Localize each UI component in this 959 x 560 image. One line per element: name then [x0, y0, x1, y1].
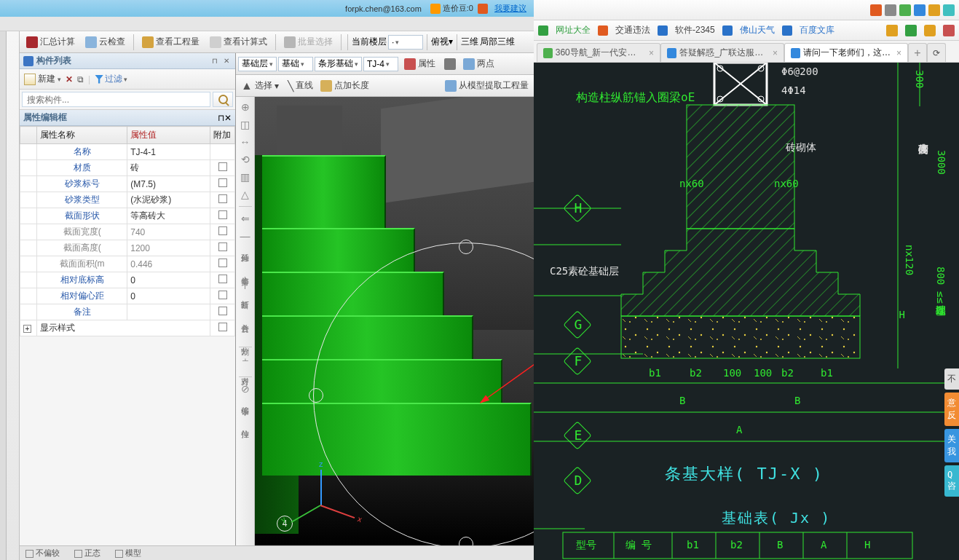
bookmark-link[interactable]: 佛山天气: [740, 24, 775, 36]
click-length-button[interactable]: 点加长度: [317, 78, 372, 93]
cad-dim: nx60: [679, 178, 704, 189]
side-tab-follow[interactable]: 关 我: [944, 429, 959, 462]
filter-button[interactable]: 过滤▾: [95, 73, 127, 85]
cad-drawing-view[interactable]: 构造柱纵筋锚入圈梁oE Φ6@200 4Φ14 300 砖砌体 砖砌体高度 30…: [534, 63, 959, 560]
col-name: 属性名称: [37, 127, 127, 144]
suggest-link[interactable]: 我要建议: [494, 3, 526, 14]
component-toolbar: 新建▾ ✕ ⧉ | 过滤▾: [20, 69, 235, 90]
bookmark-link[interactable]: 软件-2345: [675, 24, 715, 36]
sum-button[interactable]: 汇总计算: [22, 33, 79, 50]
close-icon[interactable]: ×: [773, 48, 778, 58]
checkbox[interactable]: [218, 162, 227, 171]
site-icon: [722, 25, 733, 36]
ext-icon[interactable]: [870, 4, 882, 16]
layer-combo[interactable]: 基础层▾: [238, 57, 277, 71]
ext-icon[interactable]: [905, 25, 917, 36]
ext-icon[interactable]: [924, 25, 936, 36]
new-tab-button[interactable]: +: [908, 43, 927, 62]
3d-viewport[interactable]: 4: [255, 97, 534, 545]
vtool-trim[interactable]: ✂: [238, 252, 253, 267]
view-qty-button[interactable]: 查看工程量: [138, 33, 204, 50]
vtool-7[interactable]: ⇐: [238, 211, 253, 226]
pin-icon[interactable]: ⊓: [218, 113, 224, 123]
close-icon[interactable]: ×: [896, 48, 901, 58]
cad-dim: 3000: [936, 150, 947, 175]
category-combo[interactable]: 基础▾: [278, 57, 313, 71]
pin-icon[interactable]: ⊓: [210, 56, 220, 66]
title-bar: forpk.chen@163.com 造价豆:0 我要建议: [0, 0, 534, 17]
tab-history-button[interactable]: ⟳: [927, 43, 946, 62]
cad-table-title: 基础表( Jx ): [722, 508, 831, 528]
select-button[interactable]: ▲选择▾: [238, 78, 282, 94]
bookmark-link[interactable]: 网址大全: [556, 24, 591, 36]
ext-icon[interactable]: [886, 25, 898, 36]
vtool-split[interactable]: ⎌: [238, 322, 253, 336]
vertical-edit-toolbar: ⊕ ◫ ↔ ⟲ ▥ △ ⇐ — 延伸 ✂ 修剪: [236, 97, 255, 545]
bookmark-link[interactable]: 交通违法: [615, 24, 650, 36]
search-button[interactable]: [213, 92, 233, 107]
collapsed-panel-strip[interactable]: [7, 31, 20, 560]
checkbox[interactable]: [25, 550, 33, 558]
close-icon[interactable]: ✕: [221, 56, 232, 66]
tab[interactable]: 360导航_新一代安全上网×: [537, 43, 660, 62]
vtool-pull[interactable]: ↕: [238, 405, 253, 419]
bookmark-link[interactable]: 百度文库: [800, 24, 834, 36]
current-floor-label: 当前楼层: [352, 36, 387, 48]
vtool-break[interactable]: ┼: [238, 275, 253, 290]
vtool-merge[interactable]: ≡: [238, 299, 253, 313]
grid-button[interactable]: [441, 57, 459, 71]
tab-active[interactable]: 请问一下老师们，这个条×: [784, 43, 908, 62]
local-3d-button[interactable]: 局部三维: [480, 36, 515, 48]
ext-icon[interactable]: [899, 4, 911, 16]
copy-button[interactable]: ⧉: [77, 74, 84, 84]
category-toolbar: 基础层▾ 基础▾ 条形基础▾ TJ-4▾ 属性 两点: [236, 53, 534, 75]
new-button[interactable]: 新建▾: [24, 73, 61, 85]
leftmost-strip: [0, 31, 7, 560]
vtool-6[interactable]: △: [238, 187, 253, 202]
cloud-icon: [85, 36, 97, 48]
view-formula-button[interactable]: 查看计算式: [205, 33, 272, 50]
ext-icon[interactable]: [943, 25, 955, 36]
from-model-button[interactable]: 从模型提取工程量: [442, 78, 532, 93]
vtool-3[interactable]: ↔: [238, 135, 253, 149]
vtool-1[interactable]: ⊕: [238, 100, 253, 114]
ext-icon[interactable]: [928, 4, 940, 16]
cad-text: 800 ≤基础埋深≤: [934, 267, 947, 304]
tab[interactable]: 答疑解惑_广联达服务新×: [660, 43, 784, 62]
side-tab-feedback[interactable]: 意 反: [944, 393, 959, 426]
close-icon[interactable]: ✕: [224, 113, 232, 123]
expand-button[interactable]: +: [23, 325, 31, 333]
orbit-handle[interactable]: [459, 240, 473, 254]
attr-button[interactable]: 属性: [401, 56, 438, 71]
3d-button[interactable]: 三维: [461, 36, 478, 48]
side-tab[interactable]: 不: [944, 368, 959, 390]
vtool-5[interactable]: ▥: [238, 170, 253, 184]
menu-bar: [0, 17, 534, 31]
orbit-handle[interactable]: [309, 388, 323, 403]
floor-combo[interactable]: ·▾: [388, 35, 423, 50]
cursor-icon: ▲: [241, 79, 253, 92]
vtool-2[interactable]: ◫: [238, 117, 253, 132]
batch-select-button[interactable]: 批量选择: [280, 33, 337, 50]
two-point-button[interactable]: 两点: [460, 56, 497, 71]
ext-icon[interactable]: [914, 4, 926, 16]
cad-text: 4Φ14: [781, 84, 806, 96]
item-combo[interactable]: TJ-4▾: [363, 57, 398, 71]
search-input[interactable]: [22, 92, 210, 107]
vtool-align[interactable]: ⫠: [238, 352, 253, 366]
vtool-extend[interactable]: —: [238, 229, 253, 243]
delete-button[interactable]: ✕: [66, 74, 73, 84]
vtool-4[interactable]: ⟲: [238, 152, 253, 167]
ext-icon[interactable]: [943, 4, 955, 16]
sigma-icon: [26, 36, 38, 48]
bookmark-bar: 网址大全 交通违法 软件-2345 佛山天气 百度文库: [534, 20, 959, 41]
view-mode-button[interactable]: 俯视▾: [431, 36, 453, 48]
ext-icon[interactable]: [885, 4, 896, 16]
close-icon[interactable]: ×: [649, 48, 654, 58]
cloud-check-button[interactable]: 云检查: [81, 33, 130, 50]
line-button[interactable]: ╲直线: [285, 78, 316, 93]
prop-value[interactable]: TJ-4-1: [127, 144, 210, 160]
vtool-offset[interactable]: ⊘: [238, 382, 253, 396]
side-tab-qq[interactable]: Q 咨: [944, 465, 959, 497]
type-combo[interactable]: 条形基础▾: [315, 57, 362, 71]
